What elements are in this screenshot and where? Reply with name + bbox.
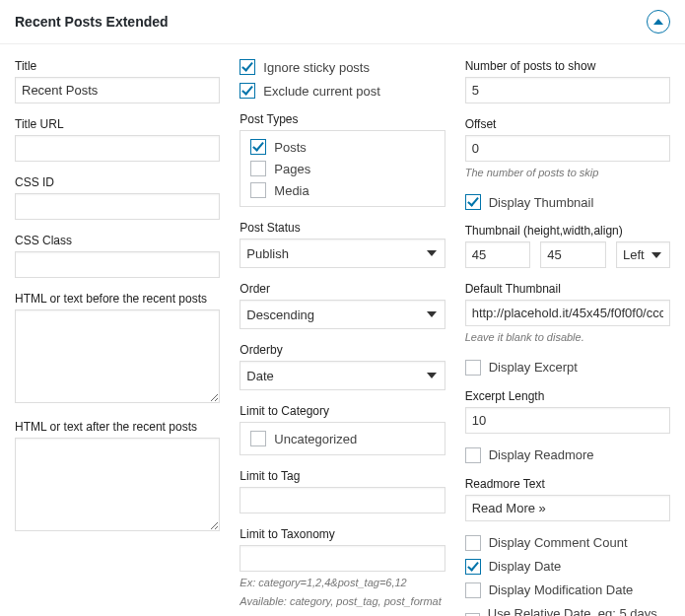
display-thumbnail-label: Display Thumbnail xyxy=(489,195,594,210)
num-posts-label: Number of posts to show xyxy=(465,59,670,73)
collapse-button[interactable] xyxy=(647,10,670,34)
offset-input[interactable] xyxy=(465,135,670,162)
post-type-media-checkbox[interactable] xyxy=(250,182,266,198)
html-before-textarea[interactable] xyxy=(15,309,220,403)
display-comment-label: Display Comment Count xyxy=(489,535,628,550)
order-label: Order xyxy=(240,282,445,296)
limit-category-box: Uncategorized xyxy=(240,422,445,455)
post-type-pages-label: Pages xyxy=(274,162,310,176)
html-after-label: HTML or text after the recent posts xyxy=(15,420,220,434)
display-excerpt-checkbox[interactable] xyxy=(465,360,481,376)
orderby-select[interactable]: Date xyxy=(240,361,445,390)
post-status-label: Post Status xyxy=(240,221,445,235)
post-types-box: Posts Pages Media xyxy=(240,130,445,207)
thumbnail-width-input[interactable] xyxy=(540,241,606,268)
display-mod-date-row[interactable]: Display Modification Date xyxy=(465,582,670,598)
post-types-label: Post Types xyxy=(240,112,445,126)
css-class-label: CSS Class xyxy=(15,234,220,247)
display-date-checkbox[interactable] xyxy=(465,559,481,575)
html-after-textarea[interactable] xyxy=(15,438,220,531)
post-type-posts-row[interactable]: Posts xyxy=(250,139,434,155)
post-type-media-row[interactable]: Media xyxy=(250,182,434,198)
display-readmore-label: Display Readmore xyxy=(489,447,594,462)
taxonomy-hint-1: Ex: category=1,2,4&post_tag=6,12 xyxy=(240,576,445,590)
limit-category-label: Limit to Category xyxy=(240,404,445,418)
thumbnail-height-input[interactable] xyxy=(465,241,531,268)
post-type-posts-label: Posts xyxy=(274,140,307,155)
readmore-text-input[interactable] xyxy=(465,495,670,521)
thumbnail-dims-label: Thumbnail (height,width,align) xyxy=(465,224,670,238)
column-left: Title Title URL CSS ID CSS Class HTML or… xyxy=(15,59,220,616)
readmore-text-label: Readmore Text xyxy=(465,477,670,491)
post-type-posts-checkbox[interactable] xyxy=(250,139,266,155)
ignore-sticky-row[interactable]: Ignore sticky posts xyxy=(240,59,445,75)
post-type-pages-checkbox[interactable] xyxy=(250,161,266,176)
exclude-current-label: Exclude current post xyxy=(263,84,380,99)
display-readmore-checkbox[interactable] xyxy=(465,447,481,463)
taxonomy-hint-2: Available: category, post_tag, post_form… xyxy=(240,594,445,609)
widget-body: Title Title URL CSS ID CSS Class HTML or… xyxy=(0,44,685,616)
post-type-pages-row[interactable]: Pages xyxy=(250,161,434,176)
title-input[interactable] xyxy=(15,77,220,103)
uncategorized-row[interactable]: Uncategorized xyxy=(250,431,434,446)
display-readmore-row[interactable]: Display Readmore xyxy=(465,447,670,463)
offset-label: Offset xyxy=(465,117,670,131)
display-date-row[interactable]: Display Date xyxy=(465,559,670,575)
display-thumbnail-checkbox[interactable] xyxy=(465,194,481,210)
chevron-up-icon xyxy=(653,17,663,27)
limit-tag-label: Limit to Tag xyxy=(240,469,445,483)
css-id-label: CSS ID xyxy=(15,175,220,189)
display-excerpt-row[interactable]: Display Excerpt xyxy=(465,360,670,376)
use-relative-date-label: Use Relative Date. eg: 5 days ago xyxy=(488,606,670,616)
widget-title: Recent Posts Extended xyxy=(15,14,169,30)
orderby-label: Orderby xyxy=(240,343,445,357)
post-type-media-label: Media xyxy=(274,183,308,198)
use-relative-date-row[interactable]: Use Relative Date. eg: 5 days ago xyxy=(465,606,670,616)
excerpt-length-label: Excerpt Length xyxy=(465,389,670,403)
default-thumbnail-input[interactable] xyxy=(465,300,670,326)
limit-taxonomy-label: Limit to Taxonomy xyxy=(240,527,445,541)
exclude-current-row[interactable]: Exclude current post xyxy=(240,83,445,99)
ignore-sticky-checkbox[interactable] xyxy=(240,59,255,75)
thumbnail-align-select[interactable]: Left xyxy=(616,241,670,268)
title-url-input[interactable] xyxy=(15,135,220,162)
title-url-label: Title URL xyxy=(15,117,220,131)
display-comment-row[interactable]: Display Comment Count xyxy=(465,535,670,551)
display-mod-date-checkbox[interactable] xyxy=(465,582,481,598)
excerpt-length-input[interactable] xyxy=(465,407,670,434)
widget-container: Recent Posts Extended Title Title URL CS… xyxy=(0,0,685,616)
css-class-input[interactable] xyxy=(15,251,220,278)
num-posts-input[interactable] xyxy=(465,77,670,103)
uncategorized-label: Uncategorized xyxy=(274,432,357,446)
offset-hint: The number of posts to skip xyxy=(465,166,670,180)
uncategorized-checkbox[interactable] xyxy=(250,431,266,446)
widget-header: Recent Posts Extended xyxy=(0,0,685,44)
column-right: Number of posts to show Offset The numbe… xyxy=(465,59,670,616)
display-thumbnail-row[interactable]: Display Thumbnail xyxy=(465,194,670,210)
title-label: Title xyxy=(15,59,220,73)
default-thumbnail-label: Default Thumbnail xyxy=(465,282,670,296)
display-date-label: Display Date xyxy=(489,559,562,574)
display-mod-date-label: Display Modification Date xyxy=(489,582,634,597)
html-before-label: HTML or text before the recent posts xyxy=(15,292,220,306)
post-status-select[interactable]: Publish xyxy=(240,239,445,268)
exclude-current-checkbox[interactable] xyxy=(240,83,255,99)
column-middle: Ignore sticky posts Exclude current post… xyxy=(240,59,445,616)
default-thumbnail-hint: Leave it blank to disable. xyxy=(465,330,670,345)
limit-taxonomy-input[interactable] xyxy=(240,545,445,572)
css-id-input[interactable] xyxy=(15,193,220,220)
limit-tag-input[interactable] xyxy=(240,487,445,513)
display-comment-checkbox[interactable] xyxy=(465,535,481,551)
order-select[interactable]: Descending xyxy=(240,300,445,329)
display-excerpt-label: Display Excerpt xyxy=(489,360,578,375)
ignore-sticky-label: Ignore sticky posts xyxy=(263,60,370,75)
